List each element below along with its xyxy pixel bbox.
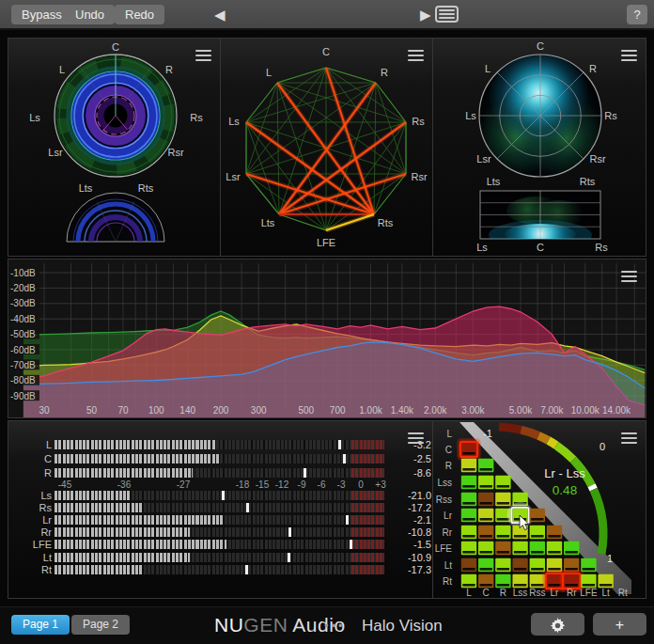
meter-value: -1.5 [388,539,431,550]
web-channel-label: Lts [261,217,275,228]
undo-button[interactable]: Undo [65,5,115,24]
level-meters: L-3.2C-2.5R-8.6Ls-21.0Rs-17.2Lr-2.1Rr-10… [8,421,432,598]
matrix-col-label: Lss [513,588,528,598]
spectrum-freq-tick: 3.00k [461,405,485,416]
plugin-title: Halo Vision [362,617,443,636]
spectrum-db-tick: -10dB [10,268,36,278]
radar-channel-label: Ls [465,110,476,121]
help-button[interactable]: ? [627,5,647,24]
play-icon[interactable]: ▶ [420,7,431,23]
spectrum-panel-menu-icon[interactable] [621,268,637,285]
web-channel-label: Lsr [226,171,241,182]
gauge-readout-pair: Lr - Lss [544,466,585,480]
radar-height-bottom-label: C [537,242,544,253]
web-panel-menu-icon[interactable] [408,47,424,64]
back-icon[interactable]: ◀ [214,7,226,23]
halo-dome-label: Rts [138,182,154,194]
spectrum-freq-tick: 2.00k [424,405,447,416]
spectrum-freq-tick: 1.40k [391,405,414,416]
meter-bar [54,440,384,449]
meter-bar [54,527,384,537]
gauge-max-label: 1 [607,553,613,564]
gear-icon [550,618,566,634]
web-channel-label: Ls [228,116,240,127]
meter-peak-marker [246,503,249,512]
radar-channel-label: Rsr [589,153,605,165]
halo-dome-label: Lts [79,182,93,194]
meter-peak-marker [222,491,225,500]
page-1-button[interactable]: Page 1 [11,615,70,635]
meter-channel-label: Lr [14,514,52,526]
bypass-button[interactable]: Bypass [11,5,72,24]
meter-value: -8.6 [388,467,431,479]
toolbar: Bypass Undo Redo ◀ ▶ ? [0,0,654,30]
gauge-min-label: -1 [483,428,492,439]
spectrum-freq-tick: 10.00k [571,405,600,416]
matrix-row-label: Lss [437,478,452,488]
settings-button[interactable] [531,613,584,636]
meter-channel-label: L [14,439,52,450]
meter-bar [54,515,384,525]
meter-peak-marker [288,553,290,562]
halo-channel-label: L [59,64,65,75]
gauge-mid-label: 0 [600,441,605,452]
matrix-col-label: L [466,588,472,598]
sound-location-panel: CLRLsRsLsrRsrLtsRtsLsCRs [432,38,646,257]
meter-peak-marker [304,468,306,478]
matrix-col-label: LFE [580,588,598,598]
halo-channel-label: Rsr [167,147,183,158]
matrix-col-label: Lr [551,588,560,598]
meter-channel-label: Ls [14,490,52,501]
meter-value: -2.1 [388,514,431,526]
matrix-row-label: Rss [436,495,452,505]
meter-bar [54,491,384,500]
web-channel-label: R [381,67,388,78]
add-module-button[interactable]: + [593,613,646,636]
matrix-col-label: C [483,588,490,598]
spectrum-freq-tick: 30 [39,405,50,416]
meter-channel-label: R [14,467,52,479]
correlation-web-panel: CLRLsRsLsrRsrLtsRtsLFE [220,38,433,257]
footer-bar: Page 1 Page 2 NUGENAudio ••• Halo Vision… [0,606,654,644]
redo-button[interactable]: Redo [115,5,164,24]
spectrum-freq-tick: 300 [251,405,267,416]
halo-panel-menu-icon[interactable] [195,47,211,64]
meter-peak-marker [343,454,346,463]
meter-peak-marker [338,440,341,449]
spectrum-freq-tick: 500 [298,405,314,416]
meter-channel-label: C [14,453,52,464]
matrix-row-label: L [446,429,452,439]
web-channel-label: L [266,67,272,78]
meter-channel-label: Lt [14,552,52,563]
matrix-col-label: Lt [601,588,610,598]
matrix-col-label: Rss [529,588,545,598]
matrix-col-label: Rr [567,588,577,598]
meters-panel-menu-icon[interactable] [408,430,424,447]
halo-channel-label: Ls [29,112,40,123]
matrix-row-label: Lt [444,560,453,571]
spectrum-freq-tick: 14.00k [602,405,631,416]
radar-channel-label: Lsr [476,153,491,165]
page-2-button[interactable]: Page 2 [71,615,130,635]
matrix-row-label: R [445,461,452,471]
spectrum-freq-tick: 140 [179,405,195,416]
gauge-readout-value: 0.48 [553,483,577,497]
spectrum-freq-tick: 700 [330,405,346,416]
correlation-matrix-graphic[interactable]: -101Lr - Lss0.48LCRLssRssLrRrLFELtRtLCRL… [433,421,646,598]
matrix-panel-menu-icon[interactable] [621,430,637,447]
radar-panel-menu-icon[interactable] [621,47,637,64]
matrix-row-label: C [445,445,452,455]
halo-channel-label: R [165,64,173,75]
logo-dots: ••• [324,619,346,633]
meter-value: -10.8 [388,526,431,538]
spectrum-db-tick: -30dB [10,298,36,308]
spectrum-freq-tick: 50 [86,405,98,416]
preset-list-icon[interactable] [435,6,459,23]
spectrum-db-tick: -90dB [10,391,36,401]
web-channel-label: Rts [378,217,394,228]
halo-pan-graphic: CLRLsRsLsrRsrLtsRts [8,39,220,256]
logo-gen: GEN [243,614,288,636]
spectrum-db-tick: -70dB [10,360,36,370]
radar-height-top-label: Rts [580,176,596,187]
spectrum-analyzer-panel: -10dB-20dB-30dB-40dB-50dB-60dB-70dB-80dB… [8,259,646,418]
